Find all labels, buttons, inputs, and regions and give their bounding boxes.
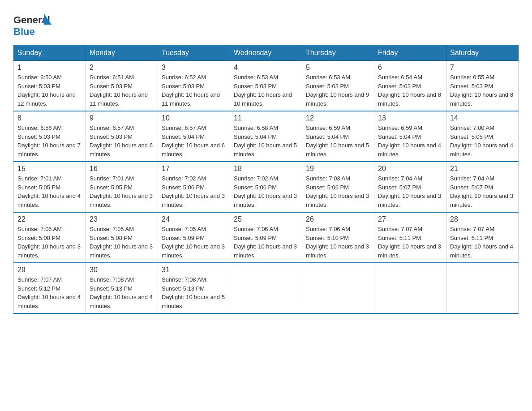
day-number: 4	[234, 64, 298, 72]
day-number: 21	[450, 165, 515, 173]
day-info: Sunrise: 7:00 AM Sunset: 5:05 PM Dayligh…	[450, 124, 515, 158]
day-info: Sunrise: 6:55 AM Sunset: 5:03 PM Dayligh…	[450, 73, 515, 108]
day-info: Sunrise: 7:02 AM Sunset: 5:06 PM Dayligh…	[162, 174, 226, 209]
day-cell: 14 Sunrise: 7:00 AM Sunset: 5:05 PM Dayl…	[446, 111, 519, 162]
day-info: Sunrise: 7:02 AM Sunset: 5:06 PM Dayligh…	[234, 174, 298, 209]
day-cell: 18 Sunrise: 7:02 AM Sunset: 5:06 PM Dayl…	[230, 162, 302, 212]
day-cell: 3 Sunrise: 6:52 AM Sunset: 5:03 PM Dayli…	[158, 61, 230, 111]
day-number: 30	[90, 266, 154, 274]
day-cell: 9 Sunrise: 6:57 AM Sunset: 5:03 PM Dayli…	[86, 111, 158, 162]
day-number: 11	[234, 114, 298, 122]
week-row-1: 1 Sunrise: 6:50 AM Sunset: 5:03 PM Dayli…	[14, 61, 519, 111]
day-number: 23	[90, 215, 154, 223]
day-cell: 2 Sunrise: 6:51 AM Sunset: 5:03 PM Dayli…	[86, 61, 158, 111]
day-info: Sunrise: 7:08 AM Sunset: 5:13 PM Dayligh…	[162, 275, 226, 310]
day-info: Sunrise: 7:07 AM Sunset: 5:11 PM Dayligh…	[450, 225, 515, 260]
header-cell-monday: Monday	[86, 45, 158, 61]
header-cell-wednesday: Wednesday	[230, 45, 302, 61]
day-cell	[302, 263, 374, 313]
day-number: 17	[162, 165, 226, 173]
day-cell: 22 Sunrise: 7:05 AM Sunset: 5:08 PM Dayl…	[14, 212, 86, 263]
day-number: 16	[90, 165, 154, 173]
day-cell: 28 Sunrise: 7:07 AM Sunset: 5:11 PM Dayl…	[446, 212, 519, 263]
day-info: Sunrise: 6:53 AM Sunset: 5:03 PM Dayligh…	[234, 73, 298, 108]
day-cell	[230, 263, 302, 313]
day-number: 5	[306, 64, 370, 72]
week-row-4: 22 Sunrise: 7:05 AM Sunset: 5:08 PM Dayl…	[14, 212, 519, 263]
day-info: Sunrise: 7:05 AM Sunset: 5:09 PM Dayligh…	[162, 225, 226, 260]
day-cell: 11 Sunrise: 6:58 AM Sunset: 5:04 PM Dayl…	[230, 111, 302, 162]
day-cell: 10 Sunrise: 6:57 AM Sunset: 5:04 PM Dayl…	[158, 111, 230, 162]
day-number: 8	[17, 114, 82, 122]
day-info: Sunrise: 6:57 AM Sunset: 5:04 PM Dayligh…	[162, 124, 226, 158]
page-header: General Blue	[13, 9, 519, 40]
calendar-table: SundayMondayTuesdayWednesdayThursdayFrid…	[13, 45, 519, 314]
day-info: Sunrise: 7:01 AM Sunset: 5:05 PM Dayligh…	[17, 174, 82, 209]
day-number: 9	[90, 114, 154, 122]
day-number: 27	[378, 215, 442, 223]
day-cell: 12 Sunrise: 6:59 AM Sunset: 5:04 PM Dayl…	[302, 111, 374, 162]
day-cell: 17 Sunrise: 7:02 AM Sunset: 5:06 PM Dayl…	[158, 162, 230, 212]
day-number: 2	[90, 64, 154, 72]
header-cell-tuesday: Tuesday	[158, 45, 230, 61]
day-cell: 31 Sunrise: 7:08 AM Sunset: 5:13 PM Dayl…	[158, 263, 230, 313]
week-row-2: 8 Sunrise: 6:56 AM Sunset: 5:03 PM Dayli…	[14, 111, 519, 162]
day-info: Sunrise: 7:07 AM Sunset: 5:12 PM Dayligh…	[17, 275, 82, 310]
day-info: Sunrise: 6:59 AM Sunset: 5:04 PM Dayligh…	[378, 124, 442, 158]
day-info: Sunrise: 7:04 AM Sunset: 5:07 PM Dayligh…	[450, 174, 515, 209]
day-info: Sunrise: 7:08 AM Sunset: 5:13 PM Dayligh…	[90, 275, 154, 310]
day-cell: 20 Sunrise: 7:04 AM Sunset: 5:07 PM Dayl…	[374, 162, 446, 212]
day-cell: 27 Sunrise: 7:07 AM Sunset: 5:11 PM Dayl…	[374, 212, 446, 263]
day-number: 31	[162, 266, 226, 274]
day-info: Sunrise: 6:51 AM Sunset: 5:03 PM Dayligh…	[90, 73, 154, 108]
day-number: 12	[306, 114, 370, 122]
day-number: 18	[234, 165, 298, 173]
day-number: 26	[306, 215, 370, 223]
day-cell: 23 Sunrise: 7:05 AM Sunset: 5:08 PM Dayl…	[86, 212, 158, 263]
day-info: Sunrise: 7:03 AM Sunset: 5:06 PM Dayligh…	[306, 174, 370, 209]
day-cell: 29 Sunrise: 7:07 AM Sunset: 5:12 PM Dayl…	[14, 263, 86, 313]
day-cell: 15 Sunrise: 7:01 AM Sunset: 5:05 PM Dayl…	[14, 162, 86, 212]
day-info: Sunrise: 7:06 AM Sunset: 5:10 PM Dayligh…	[306, 225, 370, 260]
day-cell: 5 Sunrise: 6:53 AM Sunset: 5:03 PM Dayli…	[302, 61, 374, 111]
day-cell: 1 Sunrise: 6:50 AM Sunset: 5:03 PM Dayli…	[14, 61, 86, 111]
header-cell-sunday: Sunday	[14, 45, 86, 61]
day-info: Sunrise: 6:57 AM Sunset: 5:03 PM Dayligh…	[90, 124, 154, 158]
day-cell: 25 Sunrise: 7:06 AM Sunset: 5:09 PM Dayl…	[230, 212, 302, 263]
day-number: 19	[306, 165, 370, 173]
day-info: Sunrise: 6:58 AM Sunset: 5:04 PM Dayligh…	[234, 124, 298, 158]
day-cell: 19 Sunrise: 7:03 AM Sunset: 5:06 PM Dayl…	[302, 162, 374, 212]
day-info: Sunrise: 7:01 AM Sunset: 5:05 PM Dayligh…	[90, 174, 154, 209]
day-cell: 26 Sunrise: 7:06 AM Sunset: 5:10 PM Dayl…	[302, 212, 374, 263]
day-cell	[374, 263, 446, 313]
day-number: 1	[17, 64, 82, 72]
day-cell: 21 Sunrise: 7:04 AM Sunset: 5:07 PM Dayl…	[446, 162, 519, 212]
header-cell-thursday: Thursday	[302, 45, 374, 61]
day-cell	[446, 263, 519, 313]
day-number: 10	[162, 114, 226, 122]
day-number: 20	[378, 165, 442, 173]
day-number: 7	[450, 64, 515, 72]
day-info: Sunrise: 6:53 AM Sunset: 5:03 PM Dayligh…	[306, 73, 370, 108]
day-info: Sunrise: 6:54 AM Sunset: 5:03 PM Dayligh…	[378, 73, 442, 108]
day-info: Sunrise: 7:04 AM Sunset: 5:07 PM Dayligh…	[378, 174, 442, 209]
day-number: 15	[17, 165, 82, 173]
week-row-5: 29 Sunrise: 7:07 AM Sunset: 5:12 PM Dayl…	[14, 263, 519, 313]
week-row-3: 15 Sunrise: 7:01 AM Sunset: 5:05 PM Dayl…	[14, 162, 519, 212]
header-cell-saturday: Saturday	[446, 45, 519, 61]
day-cell: 30 Sunrise: 7:08 AM Sunset: 5:13 PM Dayl…	[86, 263, 158, 313]
day-number: 22	[17, 215, 82, 223]
day-cell: 24 Sunrise: 7:05 AM Sunset: 5:09 PM Dayl…	[158, 212, 230, 263]
day-cell: 13 Sunrise: 6:59 AM Sunset: 5:04 PM Dayl…	[374, 111, 446, 162]
day-info: Sunrise: 6:56 AM Sunset: 5:03 PM Dayligh…	[17, 124, 82, 158]
day-info: Sunrise: 7:05 AM Sunset: 5:08 PM Dayligh…	[17, 225, 82, 260]
logo-svg: General Blue	[13, 9, 54, 40]
day-number: 25	[234, 215, 298, 223]
day-number: 14	[450, 114, 515, 122]
day-number: 28	[450, 215, 515, 223]
header-row: SundayMondayTuesdayWednesdayThursdayFrid…	[14, 45, 519, 61]
day-cell: 4 Sunrise: 6:53 AM Sunset: 5:03 PM Dayli…	[230, 61, 302, 111]
day-info: Sunrise: 7:07 AM Sunset: 5:11 PM Dayligh…	[378, 225, 442, 260]
day-cell: 8 Sunrise: 6:56 AM Sunset: 5:03 PM Dayli…	[14, 111, 86, 162]
day-number: 29	[17, 266, 82, 274]
